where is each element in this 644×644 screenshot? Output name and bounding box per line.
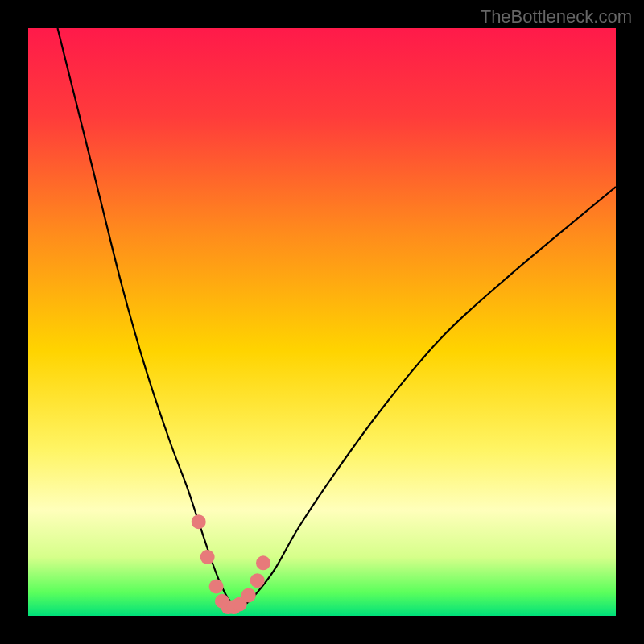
chart-container: TheBottleneck.com — [0, 0, 644, 644]
curve-layer — [28, 28, 616, 616]
highlight-dot — [200, 550, 215, 564]
highlight-dot — [192, 514, 206, 529]
highlight-dot — [250, 573, 265, 588]
watermark-text: TheBottleneck.com — [481, 6, 632, 27]
min-region-highlight — [192, 514, 270, 614]
plot-area — [28, 28, 616, 616]
highlight-dot — [256, 555, 270, 570]
bottleneck-curve — [58, 28, 617, 607]
highlight-dot — [242, 588, 256, 602]
highlight-dot — [209, 580, 224, 594]
